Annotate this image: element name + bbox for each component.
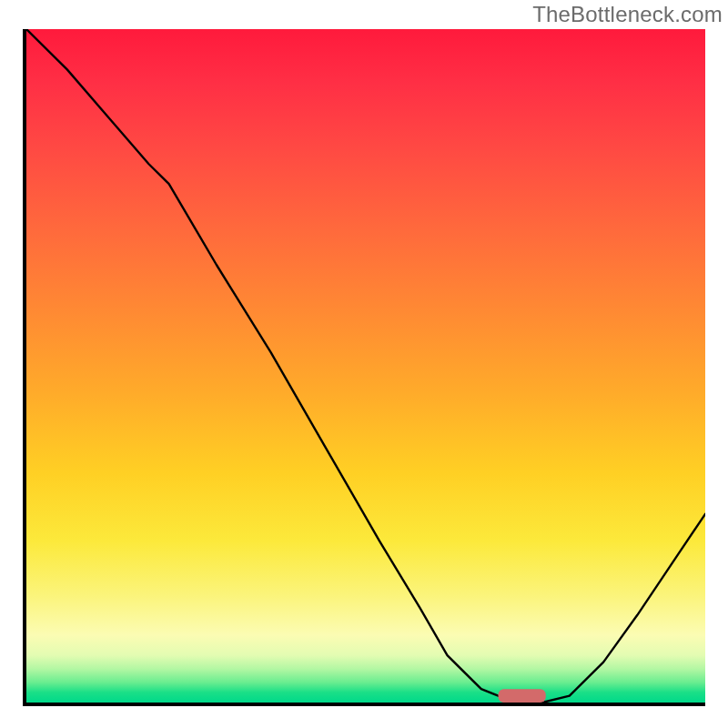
curve-path (26, 29, 705, 703)
chart-container: TheBottleneck.com (0, 0, 728, 728)
bottleneck-curve (26, 29, 705, 703)
plot-area (23, 29, 705, 706)
watermark-text: TheBottleneck.com (532, 2, 723, 27)
optimal-marker (499, 689, 546, 703)
